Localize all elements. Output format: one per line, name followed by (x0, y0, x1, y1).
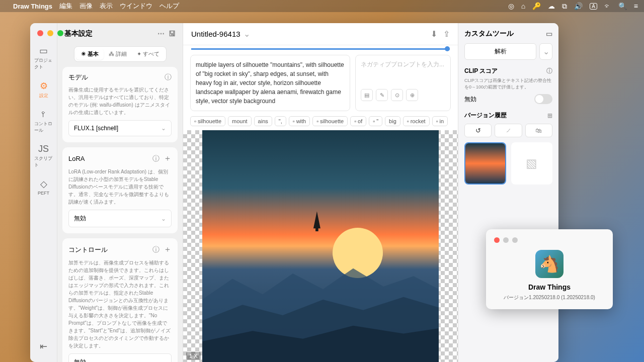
wifi-icon[interactable]: ᯤ (604, 2, 611, 10)
menu-help[interactable]: ヘルプ (159, 2, 179, 11)
input-icon[interactable]: A (590, 3, 597, 10)
model-title: モデル (68, 73, 88, 82)
rail-collapse[interactable]: ⇤ (32, 337, 55, 357)
control-select[interactable]: 無効⌄ (68, 353, 172, 362)
neg-tool-2[interactable]: ✎ (376, 89, 388, 101)
analyze-dropdown[interactable]: ⌄ (539, 43, 552, 60)
close-button[interactable] (494, 237, 500, 243)
token[interactable]: ▫ of (350, 116, 366, 126)
rail-settings[interactable]: ⚙設定 (32, 76, 55, 103)
timeline-slider[interactable] (191, 48, 450, 50)
zoom-label: 1 X (186, 352, 201, 360)
volume-icon[interactable]: 🔊 (574, 2, 583, 10)
token[interactable]: mount (228, 116, 252, 126)
center-area: Untitled-96413 ⌄ ⬇ ⇪ multiple layers of … (183, 23, 458, 362)
neg-tool-3[interactable]: ⊙ (391, 89, 403, 101)
chevron-down-icon: ⌄ (161, 125, 166, 132)
control-desc: 加算モデルは、画像生成プロセスを補助するための追加制御を提供できます。これらはし… (68, 259, 172, 349)
token[interactable]: ▫ in (432, 116, 448, 126)
about-window: 🐴 Draw Things バージョン1.20250218.0 (1.20250… (486, 229, 613, 309)
token[interactable]: ▫ with (289, 116, 310, 126)
menu-image[interactable]: 画像 (79, 2, 93, 11)
tab-all[interactable]: ✦ すべて (132, 48, 165, 60)
panel-toggle-icon[interactable]: ▭ (546, 30, 552, 38)
maximize-button[interactable] (57, 30, 63, 36)
gear-icon: ⚙ (40, 80, 48, 92)
history-button[interactable]: ↺ (464, 124, 492, 137)
token[interactable]: big (385, 116, 400, 126)
clip-disabled-label: 無効 (464, 95, 476, 104)
tab-detail[interactable]: ⁂ 詳細 (104, 48, 132, 60)
analyze-button[interactable]: 解析 (464, 43, 536, 60)
negative-prompt-input[interactable]: ネガティブプロンプトを入力... ▤ ✎ ⊙ ⊕ (355, 55, 451, 111)
share-icon[interactable]: ⇪ (443, 29, 450, 39)
menu-view[interactable]: 表示 (100, 2, 113, 11)
lora-title: LoRA (68, 155, 85, 162)
canvas[interactable]: 1 X (183, 130, 458, 362)
basket-button[interactable]: 🛍 (525, 124, 552, 137)
rail-control[interactable]: ⫯コントロール (32, 105, 55, 138)
info-icon[interactable]: ⓘ (165, 73, 172, 82)
token[interactable]: ", (275, 116, 286, 126)
status-icon[interactable]: ◎ (508, 2, 514, 10)
download-icon[interactable]: ⬇ (431, 29, 437, 39)
grid-icon[interactable]: ⊞ (547, 112, 552, 119)
menubar: Draw Things 編集 画像 表示 ウインドウ ヘルプ ◎ ⌂ 🔑 ☁ ⧉… (0, 0, 644, 12)
stack-icon[interactable]: ⧉ (562, 2, 567, 11)
search-icon[interactable]: 🔍 (618, 2, 627, 10)
status-icon[interactable]: ⌂ (521, 2, 525, 10)
status-icon[interactable]: 🔑 (532, 2, 541, 10)
clip-desc: CLIPスコアは画像とテキスト記述の整合性を0～100の範囲で評価します。 (464, 77, 552, 90)
card-control: コントロールⓘ＋ 加算モデルは、画像生成プロセスを補助するための追加制御を提供で… (62, 238, 178, 362)
info-icon[interactable]: ⓘ (152, 154, 159, 163)
model-desc: 画像生成に使用するモデルを選択してください。汎用モデルはすべてに適しており、特定… (68, 86, 172, 116)
chevron-down-icon: ⌄ (161, 359, 166, 363)
main-window: ▭プロジェクト ⚙設定 ⫯コントロール JSスクリプト ◇PEFT ⇤ 基本設定… (30, 23, 558, 362)
neg-tool-4[interactable]: ⊕ (406, 89, 418, 101)
side-rail: ▭プロジェクト ⚙設定 ⫯コントロール JSスクリプト ◇PEFT ⇤ (30, 23, 57, 362)
minimize-button[interactable] (47, 30, 53, 36)
about-version: バージョン1.20250218.0 (1.20250218.0) (494, 294, 605, 301)
chevron-down-icon[interactable]: ⌄ (244, 29, 250, 39)
token[interactable]: ains (254, 116, 272, 126)
lora-select[interactable]: 無効⌄ (68, 210, 172, 227)
generated-image (202, 130, 439, 362)
settings-panel: 基本設定 ⋯ 🖫 ☀ 基本 ⁂ 詳細 ✦ すべて モデルⓘ 画像生成に使用するモ… (57, 23, 183, 362)
version-thumb-1[interactable] (464, 142, 506, 185)
cloud-icon[interactable]: ☁ (548, 2, 555, 10)
version-thumb-empty[interactable]: ▧ (511, 142, 553, 185)
control-center-icon[interactable]: ≡ (634, 2, 638, 10)
token[interactable]: ▫ rocket (403, 116, 430, 126)
script-icon: JS (38, 144, 49, 154)
token[interactable]: ▫ silhouette (190, 116, 225, 126)
clip-toggle[interactable] (534, 94, 552, 104)
save-icon[interactable]: 🖫 (169, 30, 176, 38)
app-icon: 🐴 (535, 250, 564, 278)
close-button[interactable] (37, 30, 43, 36)
wand-button[interactable]: ⟋ (495, 124, 522, 137)
history-title: バージョン履歴 (464, 111, 507, 120)
info-icon[interactable]: ⓘ (546, 67, 552, 75)
maximize-button (512, 237, 518, 243)
lora-desc: LoRA (Low-order Rank Adaptation) は、個別に訓練… (68, 168, 172, 206)
token[interactable]: ▫ silhouette (312, 116, 348, 126)
control-title: コントロール (68, 245, 108, 254)
rail-project[interactable]: ▭プロジェクト (32, 41, 55, 74)
rail-script[interactable]: JSスクリプト (32, 140, 55, 172)
model-select[interactable]: FLUX.1 [schnell]⌄ (68, 120, 172, 136)
more-icon[interactable]: ⋯ (157, 30, 165, 38)
prompt-input[interactable]: multiple layers of silhouette "mountains… (190, 55, 350, 111)
add-button[interactable]: ＋ (164, 153, 172, 164)
menubar-app-name[interactable]: Draw Things (13, 3, 52, 10)
rail-peft[interactable]: ◇PEFT (32, 174, 55, 200)
chevron-down-icon: ⌄ (161, 215, 166, 222)
token[interactable]: ▫ " (369, 116, 382, 126)
tab-basic[interactable]: ☀ 基本 (76, 48, 104, 60)
document-title[interactable]: Untitled-96413 (191, 30, 240, 38)
menu-window[interactable]: ウインドウ (120, 2, 152, 11)
menu-edit[interactable]: 編集 (59, 2, 72, 11)
add-button[interactable]: ＋ (164, 244, 172, 255)
neg-tool-1[interactable]: ▤ (361, 89, 373, 101)
settings-title: 基本設定 (64, 29, 93, 38)
info-icon[interactable]: ⓘ (152, 245, 159, 254)
